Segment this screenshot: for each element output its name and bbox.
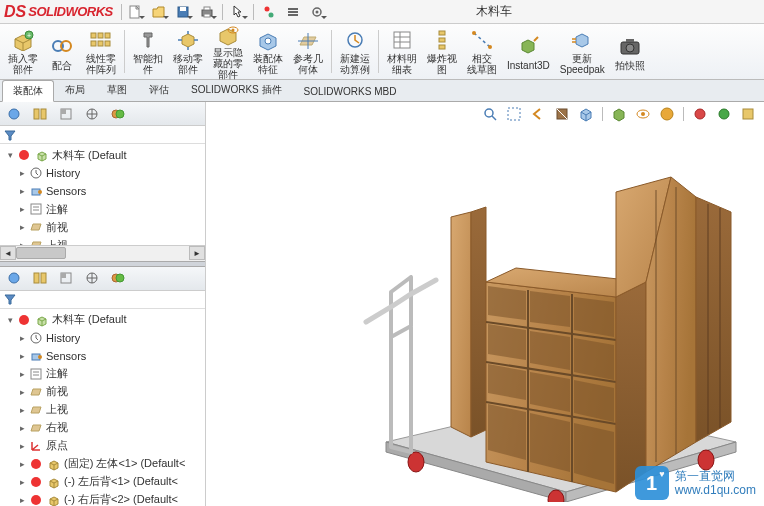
tree-item[interactable]: ▸Sensors bbox=[2, 182, 203, 200]
view-orient-icon[interactable] bbox=[576, 104, 596, 124]
graphics-viewport[interactable]: 1 第一直觉网 www.d1qu.com bbox=[206, 102, 764, 506]
scene-icon[interactable] bbox=[657, 104, 677, 124]
tree-item[interactable]: ▸(固定) 左体<1> (Default< bbox=[2, 455, 203, 473]
rib-label: 拍快照 bbox=[615, 60, 645, 71]
app-brand: SOLIDWORKS bbox=[28, 4, 113, 19]
new-file-button[interactable] bbox=[124, 2, 146, 22]
svg-point-32 bbox=[488, 45, 492, 49]
feature-tree-tab-icon[interactable] bbox=[4, 105, 24, 123]
rib-label: 插入零部件 bbox=[8, 53, 38, 75]
scroll-right-icon[interactable]: ► bbox=[189, 246, 205, 260]
section-view-icon[interactable] bbox=[552, 104, 572, 124]
funnel-icon[interactable] bbox=[4, 129, 16, 141]
tree-item[interactable]: ▸右视 bbox=[2, 419, 203, 437]
tree-item[interactable]: ▸前视 bbox=[2, 383, 203, 401]
rebuild-button[interactable] bbox=[258, 2, 280, 22]
move-comp-button[interactable]: 移动零部件 bbox=[169, 26, 207, 77]
tree-item[interactable]: ▸原点 bbox=[2, 437, 203, 455]
snapshot-button[interactable]: 拍快照 bbox=[611, 26, 649, 77]
feature-tree-tab-icon[interactable] bbox=[4, 269, 24, 287]
apply-scene-icon[interactable] bbox=[738, 104, 758, 124]
render-icon[interactable] bbox=[714, 104, 734, 124]
bom-button[interactable]: 材料明细表 bbox=[383, 26, 421, 77]
svg-rect-61 bbox=[508, 108, 520, 120]
svg-point-69 bbox=[408, 452, 424, 472]
display-tab-icon[interactable] bbox=[108, 269, 128, 287]
funnel-icon[interactable] bbox=[4, 293, 16, 305]
tab-mbd[interactable]: SOLIDWORKS MBD bbox=[293, 82, 408, 101]
scroll-left-icon[interactable]: ◄ bbox=[0, 246, 16, 260]
tab-assembly[interactable]: 装配体 bbox=[2, 80, 54, 102]
tab-evaluate[interactable]: 评估 bbox=[138, 79, 180, 101]
prev-view-icon[interactable] bbox=[528, 104, 548, 124]
svg-point-25 bbox=[265, 38, 271, 44]
property-tab-icon[interactable] bbox=[30, 105, 50, 123]
tab-plugins[interactable]: SOLIDWORKS 插件 bbox=[180, 79, 293, 101]
svg-point-12 bbox=[315, 10, 318, 13]
dimxpert-tab-icon[interactable] bbox=[82, 105, 102, 123]
tree-item[interactable]: ▸Sensors bbox=[2, 347, 203, 365]
annot-icon bbox=[28, 201, 44, 217]
rib-label: 参考几何体 bbox=[293, 53, 323, 75]
instant3d-icon bbox=[514, 33, 542, 59]
ref-geom-button[interactable]: 参考几何体 bbox=[289, 26, 327, 77]
display-tab-icon[interactable] bbox=[108, 105, 128, 123]
plane-icon bbox=[28, 384, 44, 400]
show-hidden-icon bbox=[214, 24, 242, 46]
tab-sketch[interactable]: 草图 bbox=[96, 79, 138, 101]
linear-pattern-button[interactable]: 线性零件阵列 bbox=[82, 26, 120, 77]
config-tab-icon[interactable] bbox=[56, 269, 76, 287]
show-hidden-button[interactable]: 显示隐藏的零部件 bbox=[209, 26, 247, 77]
tree-item[interactable]: ▸History bbox=[2, 164, 203, 182]
watermark-text2: www.d1qu.com bbox=[675, 483, 756, 497]
tree-root[interactable]: ▾木料车 (Default bbox=[2, 311, 203, 329]
settings-button[interactable] bbox=[306, 2, 328, 22]
mate-button[interactable]: 配合 bbox=[44, 26, 80, 77]
select-button[interactable] bbox=[227, 2, 249, 22]
options-button[interactable] bbox=[282, 2, 304, 22]
svg-rect-21 bbox=[98, 41, 103, 46]
scrollbar-h-top[interactable]: ◄ ► bbox=[0, 245, 205, 261]
open-file-button[interactable] bbox=[148, 2, 170, 22]
speedpak-button[interactable]: 更新Speedpak bbox=[556, 26, 609, 77]
tree-item[interactable]: ▸History bbox=[2, 329, 203, 347]
print-button[interactable] bbox=[196, 2, 218, 22]
instant3d-button[interactable]: Instant3D bbox=[503, 26, 554, 77]
tree-item[interactable]: ▸注解 bbox=[2, 200, 203, 218]
config-tab-icon[interactable] bbox=[56, 105, 76, 123]
tree-item[interactable]: ▸注解 bbox=[2, 365, 203, 383]
tree-item[interactable]: ▸前视 bbox=[2, 218, 203, 236]
property-tab-icon[interactable] bbox=[30, 269, 50, 287]
svg-rect-19 bbox=[105, 33, 110, 38]
tree-root[interactable]: ▾木料车 (Default bbox=[2, 146, 203, 164]
svg-point-43 bbox=[116, 110, 124, 118]
hide-show-icon[interactable] bbox=[633, 104, 653, 124]
tree-item[interactable]: ▸上视 bbox=[2, 401, 203, 419]
tree-item[interactable]: ▸上视 bbox=[2, 236, 203, 245]
dimxpert-tab-icon[interactable] bbox=[82, 269, 102, 287]
appearance-icon[interactable] bbox=[690, 104, 710, 124]
zoom-area-icon[interactable] bbox=[504, 104, 524, 124]
svg-point-46 bbox=[38, 190, 42, 194]
filter-row-bottom bbox=[0, 291, 205, 309]
exploded-button[interactable]: 爆炸视图 bbox=[423, 26, 461, 77]
tree-item[interactable]: ▸(-) 左后背<1> (Default< bbox=[2, 473, 203, 491]
model-3d bbox=[356, 162, 756, 502]
plane-icon bbox=[28, 237, 44, 245]
explode-line-button[interactable]: 相交线草图 bbox=[463, 26, 501, 77]
assembly-feat-button[interactable]: 装配体特征 bbox=[249, 26, 287, 77]
svg-rect-38 bbox=[41, 109, 46, 119]
save-button[interactable] bbox=[172, 2, 194, 22]
plane-icon bbox=[28, 420, 44, 436]
insert-comp-button[interactable]: +插入零部件 bbox=[4, 26, 42, 77]
tab-layout[interactable]: 布局 bbox=[54, 79, 96, 101]
svg-rect-59 bbox=[31, 369, 41, 379]
view-toolbar bbox=[480, 104, 758, 124]
new-motion-button[interactable]: 新建运动算例 bbox=[336, 26, 374, 77]
zoom-fit-icon[interactable] bbox=[480, 104, 500, 124]
smart-fasteners-button[interactable]: 智能扣件 bbox=[129, 26, 167, 77]
tree-item[interactable]: ▸(-) 右后背<2> (Default< bbox=[2, 491, 203, 506]
svg-point-24 bbox=[232, 28, 235, 31]
svg-point-6 bbox=[264, 6, 269, 11]
display-style-icon[interactable] bbox=[609, 104, 629, 124]
